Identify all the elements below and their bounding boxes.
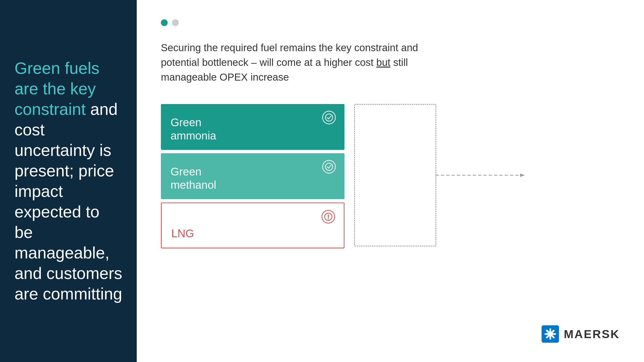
dot-2[interactable]: [172, 19, 179, 26]
card-lng-icon: [322, 210, 335, 224]
dot-1[interactable]: [161, 19, 168, 26]
check-icon-methanol: [325, 163, 333, 171]
dashed-box-area: [354, 104, 436, 248]
slide-dots: [161, 19, 620, 26]
check-icon-ammonia: [325, 113, 333, 122]
cards-column: Greenammonia Greenmethanol: [161, 104, 344, 248]
svg-point-0: [326, 114, 333, 121]
exclaim-icon-lng: [324, 213, 332, 221]
right-panel: Securing the required fuel remains the k…: [137, 0, 644, 362]
svg-point-1: [326, 163, 333, 170]
subtitle-underline: but: [376, 57, 390, 68]
left-panel: Green fuels are the key constraint and c…: [0, 0, 137, 362]
subtitle: Securing the required fuel remains the k…: [161, 40, 451, 85]
normal-text: and cost uncertainty is present; price i…: [14, 100, 122, 303]
card-methanol-icon: [322, 160, 336, 174]
maersk-star-icon: [542, 325, 559, 343]
dashed-box: [354, 104, 436, 246]
card-ammonia-label: Greenammonia: [170, 116, 216, 142]
svg-marker-6: [520, 174, 525, 177]
maersk-star-svg: [544, 328, 556, 340]
card-lng-label: LNG: [171, 227, 194, 240]
maersk-logo: MAERSK: [542, 325, 620, 343]
arrow-svg: [436, 173, 532, 178]
card-green-methanol: Greenmethanol: [161, 153, 344, 199]
svg-point-4: [328, 218, 329, 219]
card-ammonia-icon: [322, 111, 336, 124]
left-heading: Green fuels are the key constraint and c…: [14, 58, 122, 304]
maersk-name: MAERSK: [564, 328, 620, 341]
cards-area: Greenammonia Greenmethanol: [161, 104, 620, 248]
card-methanol-label: Greenmethanol: [170, 165, 216, 192]
card-lng: LNG: [161, 202, 344, 248]
card-green-ammonia: Greenammonia: [161, 104, 344, 150]
